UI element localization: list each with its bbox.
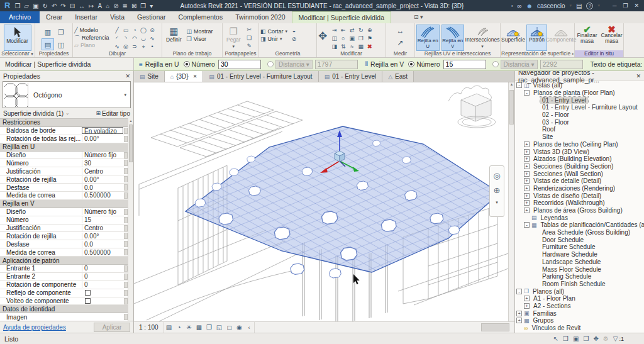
panel-label-representacion[interactable]: Representación de superficie ▪ bbox=[501, 50, 574, 57]
trim-icon[interactable]: ▣ bbox=[348, 35, 356, 42]
ribbon-tab[interactable]: Gestionar bbox=[131, 11, 172, 23]
section-icon[interactable]: ⊘ bbox=[113, 3, 118, 9]
tree-expander-icon[interactable]: + bbox=[524, 178, 530, 184]
draw-start-end-arc-icon[interactable]: ◜ bbox=[113, 35, 121, 42]
view-tab[interactable]: ▤ Site bbox=[134, 71, 165, 82]
app-store-icon[interactable]: ▤ bbox=[576, 3, 582, 9]
rotate-icon[interactable]: ↻ bbox=[357, 27, 365, 34]
browser-tree-item[interactable]: Roof bbox=[515, 126, 644, 133]
browser-tree-item[interactable]: - Planos de planta (Floor Plan) bbox=[515, 89, 644, 97]
split-face-icon[interactable]: ⊘ bbox=[290, 36, 298, 43]
panel-label-portapapeles[interactable]: Portapapeles bbox=[223, 50, 258, 57]
draw-point-icon[interactable]: • bbox=[148, 43, 157, 50]
tree-item-label[interactable]: Vínculos de Revit bbox=[530, 325, 582, 331]
panel-label-propiedades[interactable]: Propiedades bbox=[35, 50, 72, 57]
redo-icon[interactable]: ↷ bbox=[60, 3, 65, 9]
property-value[interactable]: 0 bbox=[82, 265, 123, 272]
property-value[interactable]: Centro bbox=[82, 225, 123, 231]
show-crop-icon[interactable]: ◱ bbox=[214, 324, 225, 331]
split-icon[interactable]: ❐ bbox=[357, 35, 365, 42]
tree-item-label[interactable]: 03 - Floor bbox=[540, 119, 571, 126]
scale-button[interactable]: 1 : 100 bbox=[134, 322, 164, 333]
ribbon-tab[interactable]: Insertar bbox=[69, 11, 104, 23]
tree-item-label[interactable]: Planos de área (Gross Building) bbox=[531, 207, 625, 214]
tree-expander-icon[interactable]: - bbox=[516, 289, 522, 294]
cancel-mass-button[interactable]: ✖ Cancelar masa bbox=[601, 25, 623, 51]
tree-item-label[interactable]: Room Finish Schedule bbox=[540, 280, 608, 287]
print-icon[interactable]: ⊟ bbox=[70, 3, 75, 9]
open-icon[interactable]: ▱ bbox=[24, 3, 29, 9]
property-row[interactable]: Número 15 bbox=[0, 216, 133, 225]
tree-item-label[interactable]: Planos de planta (Floor Plan) bbox=[531, 89, 617, 96]
worksets-icon[interactable]: ❒ bbox=[563, 335, 569, 342]
property-row[interactable]: Rotación de rejilla 0.00° bbox=[0, 175, 133, 184]
draw-circle-icon[interactable]: ◯ bbox=[140, 27, 148, 34]
paint-icon[interactable]: ◒ bbox=[290, 28, 298, 35]
browser-tree-item[interactable]: Door Schedule bbox=[515, 236, 644, 243]
horizontal-scroll-thumb[interactable] bbox=[481, 323, 509, 331]
customize-qat-icon[interactable]: ▾ bbox=[150, 3, 153, 9]
property-row[interactable]: Rejilla en U bbox=[0, 143, 133, 152]
draw-wave-icon[interactable]: ∿ bbox=[113, 43, 121, 50]
tree-expander-icon[interactable]: + bbox=[524, 186, 530, 191]
property-value[interactable]: 0 bbox=[82, 281, 123, 288]
v-number-input[interactable] bbox=[443, 60, 486, 69]
browser-tree-item[interactable]: + A2 - Sections bbox=[515, 302, 644, 310]
set-work-plane-button[interactable]: ▦ Definir bbox=[164, 25, 184, 51]
minimize-button[interactable]: ─ bbox=[613, 3, 616, 9]
zoom-icon[interactable]: ⊕ bbox=[494, 186, 501, 195]
view-tab[interactable]: ▤ 01 - Entry Level - Furniture Layout bbox=[203, 71, 318, 82]
tree-expander-icon[interactable]: + bbox=[524, 164, 530, 169]
property-row[interactable]: Rotación de rejilla 0.00° bbox=[0, 232, 133, 240]
browser-tree-item[interactable]: Site bbox=[515, 133, 644, 141]
browser-tree-item[interactable]: + Alzados (Building Elevation) bbox=[515, 155, 644, 163]
tree-item-label[interactable]: Mass Floor Schedule bbox=[540, 266, 603, 273]
ribbon-tab[interactable]: Crear bbox=[40, 11, 69, 23]
detail-level-icon[interactable]: ▤ bbox=[164, 324, 174, 331]
save-icon[interactable]: ▣ bbox=[33, 3, 38, 9]
browser-tree-item[interactable]: Hardware Schedule bbox=[515, 251, 644, 258]
browser-tree-item[interactable]: + Vistas de diseño (Detail) bbox=[515, 192, 644, 199]
scroll-left-icon[interactable]: ‹ bbox=[248, 325, 250, 331]
match-properties-icon[interactable]: ✎ bbox=[245, 43, 253, 50]
tree-item-label[interactable]: Parking Schedule bbox=[540, 273, 593, 280]
user-menu-caret-icon[interactable]: ▾ bbox=[570, 3, 572, 8]
panel-label-medir[interactable]: Medir bbox=[386, 50, 414, 57]
group-icon[interactable]: ▦ bbox=[357, 43, 365, 50]
model-viewport[interactable] bbox=[134, 82, 508, 321]
tree-item-label[interactable]: 01 - Entry Level bbox=[540, 97, 588, 104]
browser-tree-item[interactable]: + ▣ Familias bbox=[515, 309, 644, 317]
temporary-hide-icon[interactable]: ◻ bbox=[225, 324, 235, 331]
measure-along-icon[interactable]: ↗ bbox=[395, 38, 406, 48]
unpin-icon[interactable]: ◨ bbox=[330, 43, 338, 50]
browser-tree-item[interactable]: + Planos de área (Gross Building) bbox=[515, 207, 644, 214]
tree-item-label[interactable]: Hardware Schedule bbox=[540, 251, 599, 258]
tree-expander-icon[interactable]: + bbox=[516, 318, 522, 323]
u-grid-button[interactable]: Rejilla en U bbox=[416, 25, 440, 51]
tree-item-label[interactable]: Area Schedule (Gross Building) bbox=[540, 229, 632, 236]
cut-geometry-button[interactable]: ◧Cortar ▾ bbox=[260, 28, 287, 35]
tree-expander-icon[interactable]: + bbox=[524, 141, 530, 147]
property-row[interactable]: Desfase 0.0 bbox=[0, 240, 133, 248]
u-number-input[interactable] bbox=[218, 60, 261, 69]
crop-view-icon[interactable]: ❐ bbox=[204, 324, 214, 331]
revit-logo[interactable]: R bbox=[0, 0, 14, 11]
tree-item-label[interactable]: Familias bbox=[531, 310, 558, 317]
tree-expander-icon[interactable]: + bbox=[524, 171, 530, 177]
panel-label-rejillas[interactable]: Rejillas UV e intersecciones bbox=[415, 50, 500, 57]
browser-tree-item[interactable]: + Recorridos (Walkthrough) bbox=[515, 199, 644, 207]
properties-help-link[interactable]: Ayuda de propiedades bbox=[3, 324, 66, 331]
property-row[interactable]: Rejilla en V bbox=[0, 200, 133, 208]
finish-mass-button[interactable]: ✔ Finalizar masa bbox=[575, 25, 599, 51]
ribbon-tab[interactable]: Modificar | Superficie dividida bbox=[292, 11, 391, 23]
tree-item-label[interactable]: Site bbox=[540, 133, 555, 140]
tree-item-label[interactable]: A2 - Sections bbox=[531, 302, 572, 309]
extend-icon[interactable]: ⊕ bbox=[365, 27, 374, 34]
ribbon-tab[interactable]: Archivo bbox=[0, 11, 40, 23]
tree-item-label[interactable]: Vistas de diseño (Detail) bbox=[531, 192, 603, 199]
property-value[interactable]: 0.500000 bbox=[82, 192, 123, 199]
tree-item-label[interactable]: A1 - Floor Plan bbox=[531, 295, 577, 302]
tree-item-label[interactable]: Vistas de detalle (Detail) bbox=[531, 177, 603, 184]
show-work-plane-button[interactable]: ◫Mostrar bbox=[187, 28, 213, 35]
tree-expander-icon[interactable]: + bbox=[524, 200, 530, 206]
